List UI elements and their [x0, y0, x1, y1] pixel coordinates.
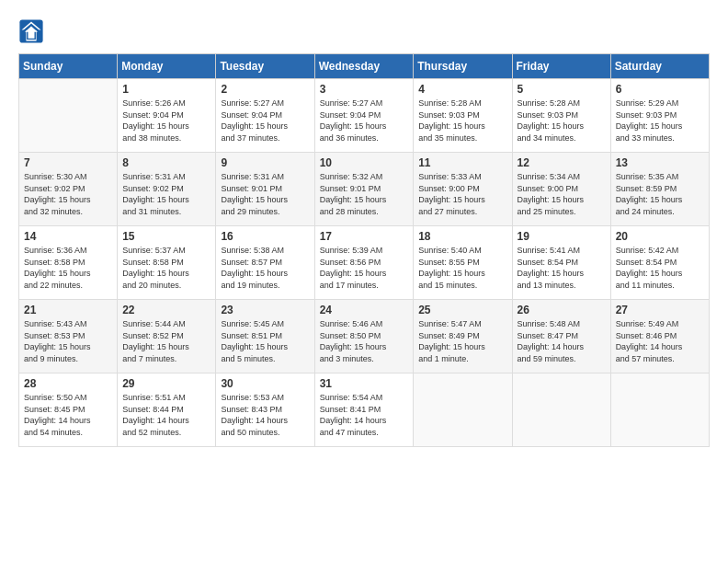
day-info: Sunrise: 5:32 AM Sunset: 9:01 PM Dayligh… — [320, 171, 409, 217]
calendar-day-8: 8Sunrise: 5:31 AM Sunset: 9:02 PM Daylig… — [118, 153, 216, 226]
calendar-header-wednesday: Wednesday — [314, 54, 414, 79]
day-info: Sunrise: 5:35 AM Sunset: 8:59 PM Dayligh… — [616, 171, 704, 217]
day-number: 7 — [24, 156, 112, 169]
day-info: Sunrise: 5:26 AM Sunset: 9:04 PM Dayligh… — [122, 98, 210, 144]
day-number: 28 — [24, 377, 112, 390]
calendar-day-17: 17Sunrise: 5:39 AM Sunset: 8:56 PM Dayli… — [314, 226, 414, 300]
day-number: 26 — [518, 304, 606, 316]
calendar-day-11: 11Sunrise: 5:33 AM Sunset: 9:00 PM Dayli… — [414, 153, 512, 226]
calendar-day-3: 3Sunrise: 5:27 AM Sunset: 9:04 PM Daylig… — [314, 79, 414, 153]
day-info: Sunrise: 5:30 AM Sunset: 9:02 PM Dayligh… — [24, 171, 112, 217]
calendar-day-2: 2Sunrise: 5:27 AM Sunset: 9:04 PM Daylig… — [216, 79, 314, 153]
calendar-day-9: 9Sunrise: 5:31 AM Sunset: 9:01 PM Daylig… — [216, 153, 314, 226]
calendar-day-30: 30Sunrise: 5:53 AM Sunset: 8:43 PM Dayli… — [216, 373, 314, 447]
day-info: Sunrise: 5:44 AM Sunset: 8:52 PM Dayligh… — [122, 318, 210, 364]
calendar-body: 1Sunrise: 5:26 AM Sunset: 9:04 PM Daylig… — [19, 79, 710, 447]
calendar-day-19: 19Sunrise: 5:41 AM Sunset: 8:54 PM Dayli… — [512, 226, 610, 300]
day-number: 24 — [320, 304, 409, 316]
day-number: 12 — [518, 156, 606, 169]
day-number: 30 — [221, 377, 309, 390]
calendar-header-sunday: Sunday — [19, 54, 118, 79]
calendar-day-5: 5Sunrise: 5:28 AM Sunset: 9:03 PM Daylig… — [512, 79, 610, 153]
calendar-day-31: 31Sunrise: 5:54 AM Sunset: 8:41 PM Dayli… — [314, 373, 414, 447]
day-info: Sunrise: 5:28 AM Sunset: 9:03 PM Dayligh… — [518, 98, 606, 144]
day-number: 14 — [24, 230, 112, 243]
calendar-week-1: 1Sunrise: 5:26 AM Sunset: 9:04 PM Daylig… — [19, 79, 710, 153]
day-info: Sunrise: 5:33 AM Sunset: 9:00 PM Dayligh… — [418, 171, 506, 217]
calendar-day-21: 21Sunrise: 5:43 AM Sunset: 8:53 PM Dayli… — [19, 300, 118, 373]
day-number: 20 — [616, 230, 704, 243]
day-number: 11 — [418, 156, 506, 169]
calendar-header-tuesday: Tuesday — [216, 54, 314, 79]
day-number: 9 — [221, 156, 309, 169]
calendar-day-22: 22Sunrise: 5:44 AM Sunset: 8:52 PM Dayli… — [118, 300, 216, 373]
day-number: 22 — [122, 304, 210, 316]
day-info: Sunrise: 5:31 AM Sunset: 9:02 PM Dayligh… — [122, 171, 210, 217]
calendar-header-friday: Friday — [512, 54, 610, 79]
day-info: Sunrise: 5:37 AM Sunset: 8:58 PM Dayligh… — [122, 245, 210, 291]
calendar-empty — [19, 79, 118, 153]
day-info: Sunrise: 5:51 AM Sunset: 8:44 PM Dayligh… — [122, 392, 210, 438]
calendar-header-row: SundayMondayTuesdayWednesdayThursdayFrid… — [19, 54, 710, 79]
day-info: Sunrise: 5:40 AM Sunset: 8:55 PM Dayligh… — [418, 245, 506, 291]
day-info: Sunrise: 5:48 AM Sunset: 8:47 PM Dayligh… — [518, 318, 606, 364]
calendar-week-2: 7Sunrise: 5:30 AM Sunset: 9:02 PM Daylig… — [19, 153, 710, 226]
day-info: Sunrise: 5:38 AM Sunset: 8:57 PM Dayligh… — [221, 245, 309, 291]
day-number: 19 — [518, 230, 606, 243]
day-info: Sunrise: 5:47 AM Sunset: 8:49 PM Dayligh… — [418, 318, 506, 364]
day-info: Sunrise: 5:28 AM Sunset: 9:03 PM Dayligh… — [418, 98, 506, 144]
day-info: Sunrise: 5:27 AM Sunset: 9:04 PM Dayligh… — [221, 98, 309, 144]
day-number: 29 — [122, 377, 210, 390]
day-number: 8 — [122, 156, 210, 169]
calendar-day-26: 26Sunrise: 5:48 AM Sunset: 8:47 PM Dayli… — [512, 300, 610, 373]
day-info: Sunrise: 5:41 AM Sunset: 8:54 PM Dayligh… — [518, 245, 606, 291]
calendar-day-6: 6Sunrise: 5:29 AM Sunset: 9:03 PM Daylig… — [610, 79, 709, 153]
day-number: 2 — [221, 83, 309, 96]
day-number: 10 — [320, 156, 409, 169]
calendar-week-5: 28Sunrise: 5:50 AM Sunset: 8:45 PM Dayli… — [19, 373, 710, 447]
calendar-day-27: 27Sunrise: 5:49 AM Sunset: 8:46 PM Dayli… — [610, 300, 709, 373]
calendar-empty — [610, 373, 709, 447]
calendar-table: SundayMondayTuesdayWednesdayThursdayFrid… — [18, 53, 710, 447]
day-number: 25 — [418, 304, 506, 316]
day-info: Sunrise: 5:54 AM Sunset: 8:41 PM Dayligh… — [320, 392, 409, 438]
calendar-header-saturday: Saturday — [610, 54, 709, 79]
day-number: 6 — [616, 83, 704, 96]
calendar-day-4: 4Sunrise: 5:28 AM Sunset: 9:03 PM Daylig… — [414, 79, 512, 153]
day-info: Sunrise: 5:46 AM Sunset: 8:50 PM Dayligh… — [320, 318, 409, 364]
day-number: 3 — [320, 83, 409, 96]
day-number: 15 — [122, 230, 210, 243]
day-info: Sunrise: 5:36 AM Sunset: 8:58 PM Dayligh… — [24, 245, 112, 291]
calendar-day-28: 28Sunrise: 5:50 AM Sunset: 8:45 PM Dayli… — [19, 373, 118, 447]
calendar-day-13: 13Sunrise: 5:35 AM Sunset: 8:59 PM Dayli… — [610, 153, 709, 226]
calendar-day-24: 24Sunrise: 5:46 AM Sunset: 8:50 PM Dayli… — [314, 300, 414, 373]
day-info: Sunrise: 5:29 AM Sunset: 9:03 PM Dayligh… — [616, 98, 704, 144]
calendar-day-16: 16Sunrise: 5:38 AM Sunset: 8:57 PM Dayli… — [216, 226, 314, 300]
calendar-day-23: 23Sunrise: 5:45 AM Sunset: 8:51 PM Dayli… — [216, 300, 314, 373]
day-info: Sunrise: 5:34 AM Sunset: 9:00 PM Dayligh… — [518, 171, 606, 217]
day-number: 17 — [320, 230, 409, 243]
day-number: 5 — [518, 83, 606, 96]
calendar-empty — [414, 373, 512, 447]
day-info: Sunrise: 5:27 AM Sunset: 9:04 PM Dayligh… — [320, 98, 409, 144]
day-number: 18 — [418, 230, 506, 243]
page-header — [18, 18, 710, 44]
day-info: Sunrise: 5:45 AM Sunset: 8:51 PM Dayligh… — [221, 318, 309, 364]
logo-icon — [18, 18, 44, 44]
logo — [18, 18, 46, 44]
calendar-day-15: 15Sunrise: 5:37 AM Sunset: 8:58 PM Dayli… — [118, 226, 216, 300]
calendar-week-4: 21Sunrise: 5:43 AM Sunset: 8:53 PM Dayli… — [19, 300, 710, 373]
day-info: Sunrise: 5:53 AM Sunset: 8:43 PM Dayligh… — [221, 392, 309, 438]
day-number: 13 — [616, 156, 704, 169]
day-number: 31 — [320, 377, 409, 390]
day-info: Sunrise: 5:43 AM Sunset: 8:53 PM Dayligh… — [24, 318, 112, 364]
calendar-day-29: 29Sunrise: 5:51 AM Sunset: 8:44 PM Dayli… — [118, 373, 216, 447]
day-info: Sunrise: 5:31 AM Sunset: 9:01 PM Dayligh… — [221, 171, 309, 217]
calendar-day-14: 14Sunrise: 5:36 AM Sunset: 8:58 PM Dayli… — [19, 226, 118, 300]
calendar-empty — [512, 373, 610, 447]
calendar-day-18: 18Sunrise: 5:40 AM Sunset: 8:55 PM Dayli… — [414, 226, 512, 300]
day-number: 4 — [418, 83, 506, 96]
day-number: 21 — [24, 304, 112, 316]
day-number: 27 — [616, 304, 704, 316]
calendar-header-monday: Monday — [118, 54, 216, 79]
